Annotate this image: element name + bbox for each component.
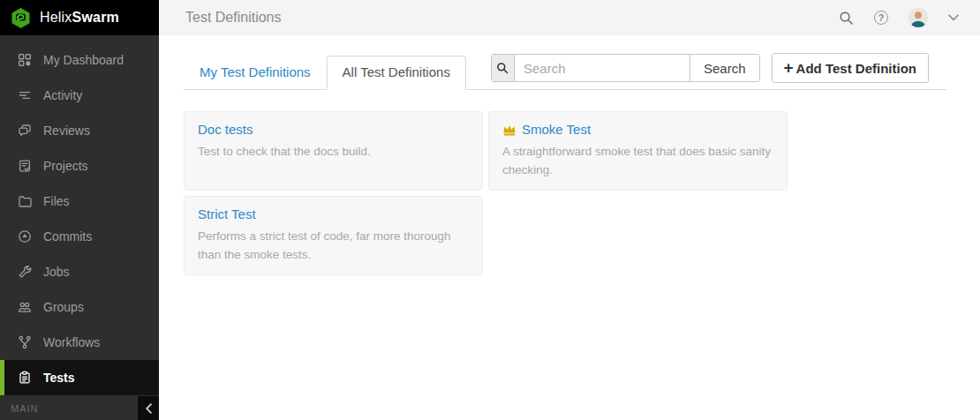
groups-icon [18, 300, 32, 314]
sidebar-item-files[interactable]: Files [0, 184, 159, 219]
activity-icon [18, 88, 32, 102]
helix-swarm-logo-icon [10, 7, 32, 29]
user-avatar[interactable] [908, 8, 928, 27]
sidebar-nav: My Dashboard Activity Reviews [0, 35, 159, 395]
sidebar-footer: MAIN [0, 396, 159, 420]
test-definition-description: Test to check that the docs build. [198, 143, 463, 161]
test-definition-card-smoke-test: Smoke Test A straightforward smoke test … [488, 111, 788, 191]
brand-logo[interactable]: HelixSwarm [0, 0, 159, 35]
crown-icon [502, 124, 516, 136]
search-group: Search [491, 54, 760, 82]
sidebar-item-label: Commits [43, 229, 92, 244]
main-area: Test Definitions ? [159, 0, 980, 420]
sidebar-item-my-dashboard[interactable]: My Dashboard [0, 42, 159, 78]
top-header: Test Definitions ? [159, 0, 980, 35]
header-actions: ? [839, 8, 959, 27]
sidebar-item-tests[interactable]: Tests [0, 360, 159, 395]
chevron-down-icon[interactable] [948, 14, 959, 21]
tab-my-test-definitions[interactable]: My Test Definitions [184, 56, 327, 89]
sidebar-item-label: Workflows [43, 335, 100, 349]
sidebar-item-workflows[interactable]: Workflows [0, 325, 159, 360]
test-definition-link[interactable]: Doc tests [198, 122, 253, 137]
sidebar-item-projects[interactable]: Projects [0, 148, 159, 184]
commits-icon [18, 229, 32, 244]
tab-bar: My Test Definitions All Test Definitions [184, 56, 466, 89]
sidebar-item-groups[interactable]: Groups [0, 289, 159, 325]
toolbar-actions: Search + Add Test Definition [491, 53, 929, 83]
sidebar-item-reviews[interactable]: Reviews [0, 113, 159, 148]
content-area: My Test Definitions All Test Definitions… [159, 35, 980, 420]
test-definition-description: Performs a strict test of code, far more… [198, 228, 463, 265]
sidebar-item-commits[interactable]: Commits [0, 219, 159, 254]
sidebar-item-label: Groups [43, 300, 84, 314]
sidebar-item-label: Reviews [43, 124, 90, 138]
folder-icon [18, 194, 32, 208]
projects-icon [18, 159, 32, 173]
test-definition-card-strict-test: Strict Test Performs a strict test of co… [184, 196, 483, 275]
test-definition-description: A straightforward smoke test that does b… [502, 143, 773, 180]
add-test-definition-button[interactable]: + Add Test Definition [772, 53, 930, 83]
workflow-branch-icon [18, 335, 32, 349]
toolbar: My Test Definitions All Test Definitions… [184, 53, 946, 90]
app-window: HelixSwarm My Dashboard Ac [0, 0, 980, 420]
sidebar-item-label: Activity [43, 88, 82, 102]
search-button[interactable]: Search [690, 55, 759, 81]
sidebar-item-label: Jobs [43, 265, 70, 279]
search-icon[interactable] [839, 11, 854, 26]
clipboard-icon [18, 371, 32, 385]
dashboard-icon [18, 53, 32, 67]
sidebar-item-label: Files [43, 194, 70, 208]
sidebar: HelixSwarm My Dashboard Ac [0, 0, 159, 420]
sidebar-group-label: MAIN [11, 403, 39, 414]
sidebar-item-activity[interactable]: Activity [0, 78, 159, 113]
page-title: Test Definitions [185, 10, 282, 26]
sidebar-item-label: My Dashboard [43, 53, 124, 67]
tab-all-test-definitions[interactable]: All Test Definitions [327, 56, 466, 90]
chevron-left-icon [145, 403, 153, 414]
sidebar-collapse-button[interactable] [138, 396, 159, 420]
search-magnifier-icon [492, 55, 515, 81]
test-definition-list: Doc tests Test to check that the docs bu… [184, 111, 788, 275]
sidebar-item-jobs[interactable]: Jobs [0, 254, 159, 289]
test-definition-link[interactable]: Smoke Test [502, 122, 591, 137]
sidebar-item-label: Projects [43, 159, 88, 173]
brand-name: HelixSwarm [40, 10, 119, 26]
test-definition-card-doc-tests: Doc tests Test to check that the docs bu… [184, 111, 483, 191]
plus-icon: + [784, 59, 794, 76]
test-definition-link[interactable]: Strict Test [198, 206, 256, 221]
reviews-icon [18, 124, 32, 138]
help-icon[interactable]: ? [874, 11, 888, 25]
wrench-icon [18, 265, 32, 279]
sidebar-item-label: Tests [43, 371, 75, 385]
search-input[interactable] [515, 55, 690, 81]
